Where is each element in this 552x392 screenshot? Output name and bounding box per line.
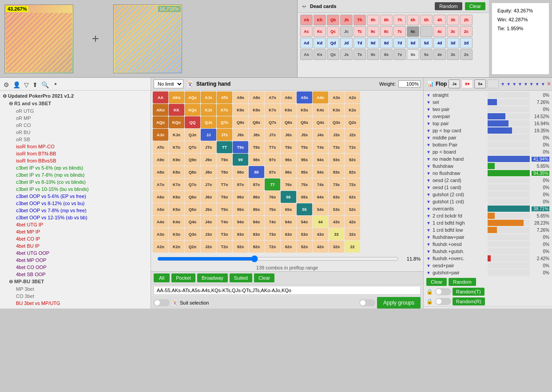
sidebar-item-4bet-co-oop[interactable]: 4bet CO OOP [0, 264, 151, 271]
suit-selection-toggle[interactable]: 🃏 Suit selection [154, 299, 209, 306]
cell-Q5s[interactable]: Q5s [297, 116, 312, 128]
filter-arrow-3[interactable]: ▼ [512, 82, 516, 87]
cell-T8o[interactable]: T8o [217, 166, 232, 178]
equity-matrix-right[interactable]: 56.733% [113, 4, 182, 73]
cell-55[interactable]: 55 [297, 203, 312, 215]
cell-A8o[interactable]: A8o [153, 166, 168, 178]
card-7s[interactable]: 7s [393, 49, 406, 60]
card-2h[interactable]: 2h [460, 15, 473, 25]
cell-32s[interactable]: 32s [345, 228, 360, 240]
sidebar-item-bu3bet-co[interactable]: BU 3bet vs CO [0, 307, 151, 309]
cell-Q9o[interactable]: Q9o [185, 154, 200, 166]
cell-K2o[interactable]: K2o [169, 241, 184, 253]
cell-32o[interactable]: 32o [329, 241, 344, 253]
filter-arrow-8[interactable]: ▼ [541, 82, 545, 87]
cell-J4s[interactable]: J4s [313, 129, 328, 141]
flop-clear-button[interactable]: Clear [426, 278, 447, 286]
card-5h[interactable]: 5h [420, 15, 433, 25]
card-8d[interactable]: 8d [380, 38, 393, 48]
filter-icon[interactable]: ▽ [24, 81, 29, 88]
random-t-toggle[interactable] [435, 288, 451, 295]
card-Jd[interactable]: Jd [340, 38, 353, 48]
cell-95o[interactable]: 95o [233, 203, 248, 215]
cell-JJ[interactable]: JJ [201, 129, 216, 141]
card-6c[interactable]: 6c [407, 26, 419, 37]
sidebar-item-c3bet-oop-56[interactable]: c3bet OOP vs 5-6% (EP vs free) [0, 193, 151, 200]
cell-Q8s[interactable]: Q8s [249, 116, 264, 128]
cell-Q7s[interactable]: Q7s [265, 116, 280, 128]
cell-75s[interactable]: 75s [297, 178, 312, 190]
filter-set-arrow[interactable]: ▼ [426, 100, 431, 105]
weight-input[interactable] [398, 80, 421, 87]
cell-Q3s[interactable]: Q3s [329, 116, 344, 128]
card-9s[interactable]: 9s [367, 49, 379, 60]
cell-85o[interactable]: 85o [249, 203, 264, 215]
card-9h[interactable]: 9h [367, 15, 379, 25]
card-2d[interactable]: 2d [460, 38, 473, 48]
filter-flushdraw-arrow[interactable]: ▼ [426, 164, 431, 169]
filter-oesd-2-arrow[interactable]: ▼ [426, 178, 431, 183]
sidebar-item-4bet-co-ip[interactable]: 4bet CO IP [0, 235, 151, 242]
cell-TT[interactable]: TT [217, 141, 232, 153]
cell-A9o[interactable]: A9o [153, 154, 168, 166]
card-Jh[interactable]: Jh [340, 15, 353, 25]
cell-K2s[interactable]: K2s [345, 104, 360, 116]
sidebar-item-c3bet-ip-78[interactable]: c3bet IP vs 7-8% (mp vs blinds) [0, 171, 151, 178]
cell-K9s[interactable]: K9s [233, 104, 248, 116]
cell-T5s[interactable]: T5s [297, 141, 312, 153]
cell-A5s[interactable]: A5s [297, 91, 312, 103]
cell-83o[interactable]: 83o [249, 228, 264, 240]
filter-arrow-1[interactable]: ▼ [500, 82, 505, 87]
add-range-button[interactable]: + [82, 32, 109, 46]
card-Ks[interactable]: Ks [314, 49, 326, 60]
filter-top-pair-arrow[interactable]: ▼ [426, 121, 431, 126]
cell-AQo[interactable]: AQo [153, 116, 168, 128]
filter-1crd-bdfd-high-arrow[interactable]: ▼ [426, 221, 431, 226]
card-Ad[interactable]: Ad [300, 38, 313, 48]
cell-84o[interactable]: 84o [249, 216, 264, 228]
cell-Q2o[interactable]: Q2o [185, 241, 200, 253]
cell-A3s[interactable]: A3s [329, 91, 344, 103]
cell-Q8o[interactable]: Q8o [185, 166, 200, 178]
filter-bottom-pair-arrow[interactable]: ▼ [426, 143, 431, 147]
apply-groups-toggle[interactable]: Apply groups [359, 297, 421, 309]
cell-JTs[interactable]: JTs [217, 129, 232, 141]
cell-93s[interactable]: 93s [329, 154, 344, 166]
cell-A2o[interactable]: A2o [153, 241, 168, 253]
filter-flushdr-oesd-arrow[interactable]: ▼ [426, 242, 431, 247]
sidebar-item-co3bet[interactable]: CO 3bet [0, 293, 151, 300]
sidebar-item-or-bu[interactable]: oR BU [0, 129, 151, 136]
cell-K7s[interactable]: K7s [265, 104, 280, 116]
cell-52o[interactable]: 52o [297, 241, 312, 253]
cell-KQo[interactable]: KQo [169, 116, 184, 128]
cell-62s[interactable]: 62s [345, 191, 360, 203]
cell-98o[interactable]: 98o [233, 166, 248, 178]
card-4s[interactable]: 4s [433, 49, 446, 60]
cell-95s[interactable]: 95s [297, 154, 312, 166]
cell-A2s[interactable]: A2s [345, 91, 360, 103]
card-3c[interactable]: 3c [447, 26, 459, 37]
cell-62o[interactable]: 62o [281, 241, 296, 253]
limit-select[interactable]: No limit [154, 79, 183, 88]
card-Kc[interactable]: Kc [314, 26, 326, 37]
cell-T6s[interactable]: T6s [281, 141, 296, 153]
cell-93o[interactable]: 93o [233, 228, 248, 240]
cell-82o[interactable]: 82o [249, 241, 264, 253]
cell-65o[interactable]: 65o [281, 203, 296, 215]
cell-83s[interactable]: 83s [329, 166, 344, 178]
card-3s[interactable]: 3s [447, 49, 459, 60]
cell-85s[interactable]: 85s [297, 166, 312, 178]
range-slider[interactable] [157, 255, 399, 262]
sidebar-item-c3bet-oop-1215[interactable]: c3bet OOP vs 12-15% (sb vs bb) [0, 214, 151, 221]
cell-86o[interactable]: 86o [249, 191, 264, 203]
flop-card-empty[interactable] [487, 79, 499, 88]
cell-33[interactable]: 33 [329, 228, 344, 240]
filter-gutshot-1-arrow[interactable]: ▼ [426, 199, 431, 204]
cell-42o[interactable]: 42o [313, 241, 328, 253]
cell-AKo[interactable]: AKo [153, 104, 168, 116]
filter-arrow-6[interactable]: ▼ [529, 82, 534, 87]
card-6h[interactable]: 6h [407, 15, 419, 25]
filter-gutshot-2-arrow[interactable]: ▼ [426, 192, 431, 197]
cell-A9s[interactable]: A9s [233, 91, 248, 103]
cell-T8s[interactable]: T8s [249, 141, 264, 153]
